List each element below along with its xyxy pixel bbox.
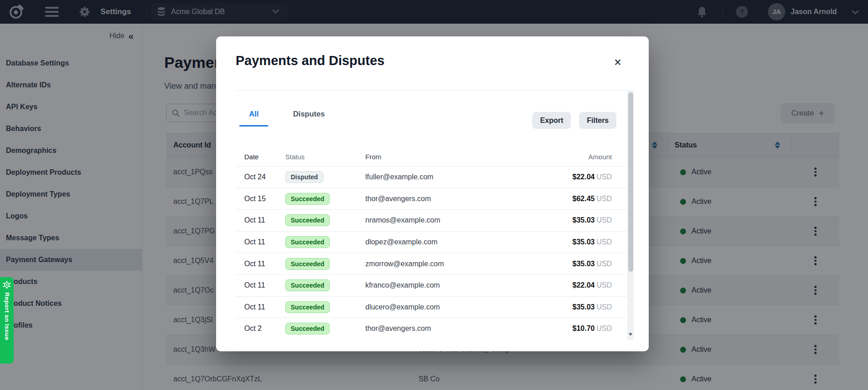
- payment-row: Oct 11 Succeeded nramos@example.com $35.…: [236, 209, 627, 231]
- payment-from-email: nramos@example.com: [365, 216, 572, 224]
- payment-amount: $35.03USD: [572, 303, 612, 311]
- status-badge: Succeeded: [285, 214, 330, 226]
- status-badge: Succeeded: [285, 323, 330, 334]
- header-date: Date: [244, 153, 285, 161]
- report-an-issue-tab[interactable]: Report an Issue: [0, 277, 14, 364]
- amount-currency: USD: [596, 173, 612, 181]
- payment-date: Oct 15: [244, 195, 285, 203]
- payment-amount: $22.04USD: [572, 281, 612, 289]
- payment-status-cell: Disputed: [285, 171, 365, 183]
- payment-from-email: dlucero@example.com: [365, 303, 572, 311]
- payment-status-cell: Succeeded: [285, 323, 365, 334]
- application-window: Settings Acme Global DB ? JA Jason Arnol…: [0, 0, 868, 390]
- payment-status-cell: Succeeded: [285, 214, 365, 226]
- amount-currency: USD: [596, 281, 612, 289]
- payment-row: Oct 24 Disputed lfuller@example.com $22.…: [236, 166, 627, 188]
- payment-amount: $35.03USD: [572, 238, 612, 246]
- amount-value: $35.03: [572, 238, 595, 246]
- amount-currency: USD: [596, 216, 612, 224]
- tab-all-label: All: [249, 110, 258, 118]
- amount-currency: USD: [596, 324, 612, 332]
- close-icon[interactable]: ×: [610, 55, 626, 70]
- report-tab-label: Report an Issue: [4, 292, 10, 340]
- amount-value: $10.70: [572, 324, 595, 332]
- header-amount: Amount: [588, 153, 612, 161]
- tab-disputes-label: Disputes: [293, 110, 325, 118]
- payment-status-cell: Succeeded: [285, 236, 365, 248]
- status-badge: Succeeded: [285, 301, 330, 313]
- tab-disputes[interactable]: Disputes: [284, 110, 334, 127]
- payment-amount: $22.04USD: [572, 173, 612, 181]
- payment-row: Oct 11 Succeeded dlopez@example.com $35.…: [236, 231, 627, 253]
- filters-button[interactable]: Filters: [579, 112, 616, 129]
- payment-date: Oct 11: [244, 238, 285, 246]
- payments-and-disputes-modal: Payments and Disputes × All Disputes Exp…: [216, 36, 649, 351]
- payment-amount: $10.70USD: [572, 324, 612, 333]
- payment-status-cell: Succeeded: [285, 258, 365, 270]
- modal-scrollbar: [627, 91, 634, 339]
- payment-amount: $35.03USD: [572, 216, 612, 224]
- payment-row: Oct 2 Succeeded thor@avengers.com $10.70…: [236, 318, 627, 339]
- modal-tabs: All Disputes: [236, 110, 334, 127]
- amount-value: $35.03: [572, 216, 595, 224]
- status-badge: Succeeded: [285, 279, 330, 291]
- payment-row: Oct 11 Succeeded kfranco@example.com $22…: [236, 274, 627, 296]
- payment-status-cell: Succeeded: [285, 279, 365, 291]
- modal-actions: Export Filters: [532, 112, 616, 129]
- scrollbar-down-arrow-icon[interactable]: [629, 333, 632, 336]
- header-status: Status: [285, 153, 365, 161]
- amount-currency: USD: [596, 238, 612, 246]
- payment-row: Oct 11 Succeeded zmorrow@example.com $35…: [236, 253, 627, 274]
- bug-icon: [2, 280, 11, 289]
- payment-from-email: dlopez@example.com: [365, 238, 572, 246]
- payment-from-email: kfranco@example.com: [365, 281, 572, 289]
- payment-amount: $62.45USD: [572, 195, 612, 203]
- payment-status-cell: Succeeded: [285, 193, 365, 205]
- scrollbar-thumb[interactable]: [628, 92, 633, 272]
- amount-value: $35.03: [572, 303, 595, 311]
- active-tab-underline: [239, 125, 268, 127]
- payment-from-email: lfuller@example.com: [365, 173, 572, 181]
- status-badge: Succeeded: [285, 193, 330, 205]
- payment-from-email: thor@avengers.com: [365, 195, 572, 203]
- header-from: From: [365, 153, 588, 161]
- amount-value: $35.03: [572, 260, 595, 268]
- payment-status-cell: Succeeded: [285, 301, 365, 313]
- status-badge: Succeeded: [285, 236, 330, 248]
- tab-all[interactable]: All: [236, 110, 272, 127]
- amount-value: $62.45: [572, 195, 595, 203]
- payments-table-header: Date Status From Amount: [236, 147, 627, 166]
- export-button[interactable]: Export: [532, 112, 571, 129]
- amount-value: $22.04: [572, 281, 595, 289]
- amount-currency: USD: [596, 303, 612, 311]
- amount-currency: USD: [596, 195, 612, 203]
- payment-date: Oct 2: [244, 324, 285, 333]
- modal-scroll-area: All Disputes Export Filters Date Status …: [236, 90, 634, 339]
- payments-table-body: Oct 24 Disputed lfuller@example.com $22.…: [236, 166, 627, 339]
- payment-date: Oct 24: [244, 173, 285, 181]
- amount-value: $22.04: [572, 173, 595, 181]
- payments-table: Date Status From Amount Oct 24 Disputed …: [236, 147, 627, 339]
- status-badge: Disputed: [285, 171, 323, 183]
- payment-from-email: zmorrow@example.com: [365, 260, 572, 268]
- amount-currency: USD: [596, 260, 612, 268]
- payment-date: Oct 11: [244, 260, 285, 268]
- payment-date: Oct 11: [244, 281, 285, 289]
- payment-date: Oct 11: [244, 216, 285, 224]
- payment-amount: $35.03USD: [572, 260, 612, 268]
- status-badge: Succeeded: [285, 258, 330, 270]
- payment-from-email: thor@avengers.com: [365, 324, 572, 333]
- payment-row: Oct 11 Succeeded dlucero@example.com $35…: [236, 296, 627, 318]
- modal-title: Payments and Disputes: [236, 53, 384, 68]
- payment-row: Oct 15 Succeeded thor@avengers.com $62.4…: [236, 188, 627, 210]
- payment-date: Oct 11: [244, 303, 285, 311]
